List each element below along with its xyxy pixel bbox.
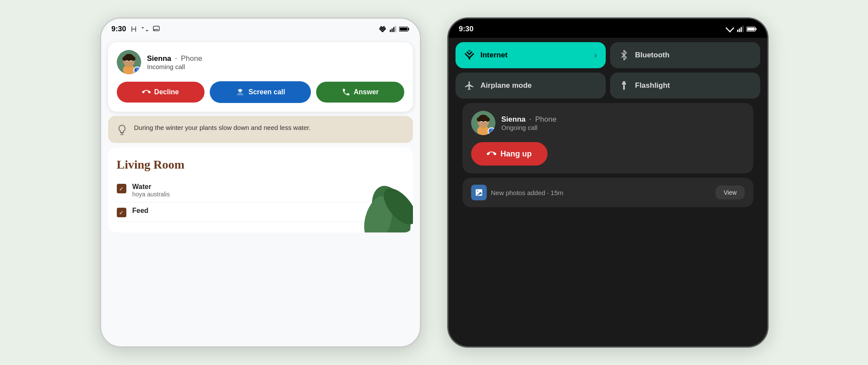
svg-point-51	[477, 191, 478, 192]
dark-notif-text: Sienna · Phone Ongoing call	[502, 115, 557, 131]
time-light: 9:30	[112, 25, 126, 33]
svg-rect-39	[623, 85, 625, 90]
water-info: Water hoya australis	[132, 183, 170, 198]
dark-caller-source: Phone	[535, 115, 556, 123]
quick-settings-panel: Internet › Bluetooth Airplane mode	[449, 38, 767, 219]
signal-icon-light	[389, 26, 396, 33]
hangup-label: Hang up	[501, 149, 532, 159]
status-left: 9:30	[112, 25, 160, 33]
qs-tile-internet[interactable]: Internet ›	[455, 42, 606, 68]
feed-name: Feed	[132, 207, 149, 215]
airplane-icon	[464, 80, 475, 91]
svg-rect-30	[737, 30, 738, 32]
wifi-icon-light	[378, 26, 387, 33]
svg-point-45	[485, 117, 490, 122]
qs-tile-bluetooth[interactable]: Bluetooth	[610, 42, 760, 68]
phone-dark: 9:30	[447, 17, 769, 348]
svg-rect-32	[740, 27, 742, 32]
svg-point-17	[131, 56, 135, 61]
bottom-notif-main-text: New photos added	[491, 189, 545, 196]
svg-point-4	[382, 31, 383, 33]
screen-call-label: Screen call	[248, 88, 285, 96]
svg-rect-5	[389, 30, 391, 32]
lightbulb-icon	[116, 124, 128, 136]
svg-point-48	[481, 122, 482, 123]
water-plant: hoya australis	[132, 191, 170, 198]
water-checkbox: ✓	[117, 184, 126, 193]
svg-rect-11	[399, 28, 407, 30]
svg-rect-36	[747, 28, 755, 30]
bottom-notif-time: 15m	[551, 189, 563, 196]
bluetooth-label: Bluetooth	[635, 51, 670, 60]
wifi-qs-icon	[464, 50, 475, 60]
wifi-icon-dark	[726, 26, 734, 33]
internet-chevron: ›	[594, 51, 597, 60]
qs-tile-airplane[interactable]: Airplane mode	[455, 73, 606, 99]
answer-label: Answer	[354, 88, 379, 96]
bottom-notif-text: New photos added · 15m	[491, 189, 564, 196]
phone-badge: 📞	[133, 66, 141, 74]
feed-info: Feed	[132, 207, 149, 215]
dark-notif-header: 📞 Sienna · Phone Ongoing call	[471, 111, 745, 135]
svg-point-24	[241, 90, 243, 91]
dark-caller-name: Sienna	[502, 115, 526, 123]
svg-point-49	[485, 122, 485, 123]
plant-card: Living Room ✓ Water hoya australis ✓ Fee…	[108, 147, 413, 232]
qs-grid: Internet › Bluetooth Airplane mode	[455, 42, 760, 99]
battery-icon-dark	[746, 26, 757, 32]
plant-decoration	[348, 163, 413, 232]
call-buttons: Decline Screen call Answer	[117, 81, 404, 103]
tip-text: During the winter your plants slow down …	[134, 123, 311, 133]
airplane-label: Airplane mode	[481, 81, 532, 90]
message-icon	[152, 25, 160, 33]
dark-ongoing-call: 📞 Sienna · Phone Ongoing call	[462, 103, 753, 173]
dark-caller-info: Sienna · Phone	[502, 115, 557, 124]
incoming-call-notification: 📞 Sienna · Phone Incoming call Decli	[108, 42, 413, 112]
call-status-light: Incoming call	[147, 63, 202, 70]
svg-rect-10	[408, 28, 409, 30]
svg-rect-6	[391, 29, 393, 32]
bottom-notif-button[interactable]: View	[716, 186, 744, 199]
decline-icon	[142, 88, 151, 96]
answer-button[interactable]: Answer	[316, 82, 404, 103]
svg-point-20	[127, 61, 128, 62]
notif-text: Sienna · Phone Incoming call	[147, 54, 202, 70]
avatar-light: 📞	[117, 50, 141, 74]
bottom-notif-dot: ·	[547, 189, 551, 196]
svg-rect-33	[742, 26, 743, 32]
decline-label: Decline	[154, 88, 179, 96]
caller-source: Phone	[181, 54, 202, 63]
svg-rect-7	[393, 27, 394, 32]
qs-tile-flashlight[interactable]: Flashlight	[610, 73, 760, 99]
tip-card: During the winter your plants slow down …	[108, 116, 413, 143]
dark-call-status: Ongoing call	[502, 124, 557, 131]
data-icon	[141, 25, 149, 33]
svg-point-21	[130, 61, 131, 62]
feed-checkbox: ✓	[117, 208, 126, 217]
svg-point-44	[477, 117, 481, 122]
status-right-dark	[726, 26, 757, 33]
phone-light: 9:30	[100, 17, 421, 348]
decline-button[interactable]: Decline	[117, 82, 205, 103]
nfc-icon	[130, 25, 138, 33]
screen-container: 9:30	[83, 0, 786, 365]
hangup-icon	[487, 149, 496, 159]
photos-icon	[475, 188, 483, 197]
svg-rect-31	[739, 29, 740, 32]
flashlight-label: Flashlight	[635, 81, 670, 90]
screen-call-button[interactable]: Screen call	[210, 81, 311, 103]
svg-rect-38	[623, 81, 625, 83]
answer-icon	[342, 88, 350, 96]
flashlight-icon	[619, 80, 629, 91]
svg-point-16	[122, 56, 127, 61]
time-dark: 9:30	[459, 25, 474, 33]
svg-rect-35	[755, 28, 756, 30]
caller-info: Sienna · Phone	[147, 54, 202, 63]
screen-call-icon	[235, 87, 245, 97]
battery-icon-light	[399, 26, 409, 32]
dot-separator: ·	[175, 54, 177, 63]
water-name: Water	[132, 183, 170, 191]
hangup-button[interactable]: Hang up	[471, 142, 548, 166]
status-bar-light: 9:30	[101, 19, 420, 38]
avatar-dark: 📞	[471, 111, 495, 135]
